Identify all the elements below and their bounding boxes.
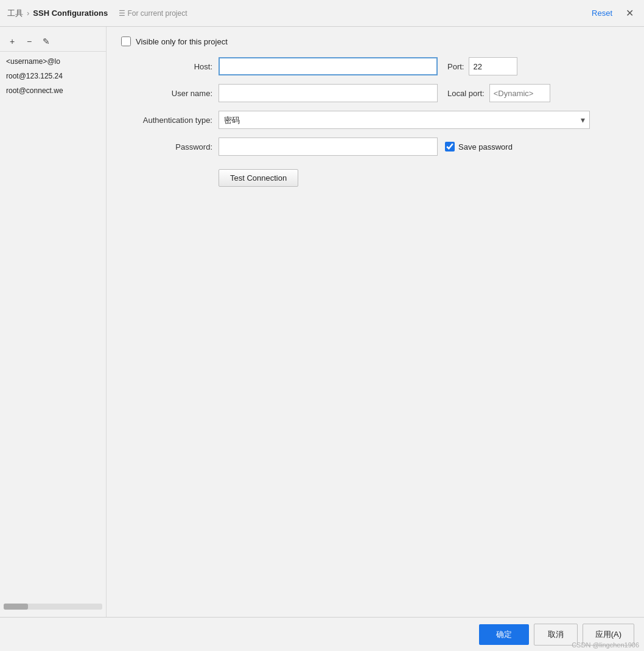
remove-config-button[interactable]: − [22, 34, 37, 49]
form-panel: Visible only for this project Host: Port… [107, 27, 644, 617]
host-port-row: Host: Port: [121, 57, 629, 75]
close-button[interactable]: ✕ [622, 6, 637, 21]
ok-button[interactable]: 确定 [479, 624, 529, 645]
sidebar-scrollbar-thumb [4, 604, 28, 610]
save-password-checkbox[interactable] [445, 142, 455, 151]
watermark: CSDN @lingchen1906 [572, 641, 639, 649]
local-port-input[interactable] [489, 84, 550, 102]
breadcrumb-sep: › [27, 9, 29, 18]
local-port-label: Local port: [447, 89, 485, 98]
cancel-button[interactable]: 取消 [534, 624, 578, 646]
sidebar-item-1[interactable]: root@123.125.24 [0, 69, 106, 83]
visible-only-label[interactable]: Visible only for this project [136, 37, 228, 46]
sidebar: + − ✎ <username>@lo root@123.125.24 root… [0, 27, 107, 617]
sidebar-item-2[interactable]: root@connect.we [0, 83, 106, 98]
title-bar-left: 工具 › SSH Configurations ☰ For current pr… [7, 8, 187, 19]
local-port-section: Local port: [447, 84, 550, 102]
password-label: Password: [121, 142, 219, 151]
breadcrumb-title: SSH Configurations [33, 9, 108, 18]
auth-type-row: Authentication type: 密码 Key pair OpenSSH… [121, 111, 629, 129]
bottom-bar: 确定 取消 应用(A) [0, 617, 644, 651]
password-input[interactable] [219, 138, 438, 156]
auth-type-select[interactable]: 密码 Key pair OpenSSH config and authentic… [219, 111, 590, 129]
username-row: User name: Local port: [121, 84, 629, 102]
for-project-label: ☰ For current project [119, 9, 187, 18]
port-input[interactable] [469, 57, 517, 75]
username-input[interactable] [219, 84, 438, 102]
sidebar-horizontal-scrollbar[interactable] [4, 604, 102, 610]
sidebar-item-0[interactable]: <username>@lo [0, 54, 106, 69]
port-label: Port: [447, 62, 464, 71]
visible-only-checkbox[interactable] [121, 37, 131, 46]
password-row: Password: Save password [121, 138, 629, 156]
for-project-icon: ☰ [119, 9, 125, 18]
title-bar-right: Reset ✕ [592, 6, 637, 21]
auth-type-select-wrapper: 密码 Key pair OpenSSH config and authentic… [219, 111, 590, 129]
test-connection-button[interactable]: Test Connection [219, 169, 298, 187]
for-project-text: For current project [127, 9, 187, 18]
auth-type-label: Authentication type: [121, 116, 219, 125]
visible-only-row: Visible only for this project [121, 37, 629, 46]
sidebar-scroll: <username>@lo root@123.125.24 root@conne… [0, 54, 106, 601]
host-input[interactable] [219, 57, 438, 75]
save-password-section: Save password [445, 142, 513, 151]
save-password-label[interactable]: Save password [458, 142, 513, 151]
port-section: Port: [447, 57, 517, 75]
reset-button[interactable]: Reset [592, 9, 612, 18]
title-bar: 工具 › SSH Configurations ☰ For current pr… [0, 0, 644, 27]
ssh-config-dialog: 工具 › SSH Configurations ☰ For current pr… [0, 0, 644, 651]
host-label: Host: [121, 62, 219, 71]
content-area: + − ✎ <username>@lo root@123.125.24 root… [0, 27, 644, 617]
edit-config-button[interactable]: ✎ [39, 34, 54, 49]
username-label: User name: [121, 89, 219, 98]
add-config-button[interactable]: + [5, 34, 19, 49]
sidebar-toolbar: + − ✎ [0, 32, 106, 52]
breadcrumb-tool: 工具 [7, 8, 23, 19]
